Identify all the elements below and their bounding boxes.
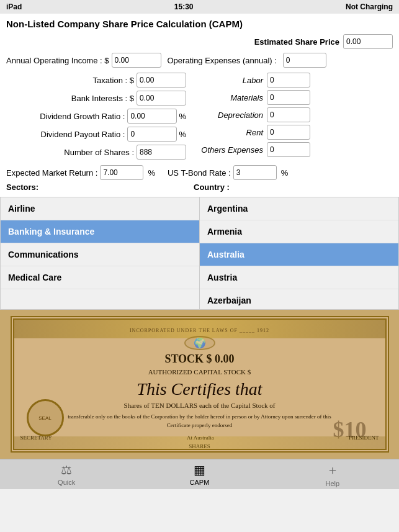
country-label: Country : [194,183,230,192]
device-label: iPad [6,2,22,11]
tbond-suffix: % [279,168,289,178]
expected-market-return-label: Expected Market Return : [6,168,97,178]
sector-item-medical[interactable]: Medical Care [1,266,199,289]
sectors-country-labels: Sectors: Country : [6,183,393,192]
dividend-growth-suffix: % [177,112,186,121]
cert-globe-seal: 🌍 [184,336,215,350]
sector-item-banking[interactable]: Banking & Insurance [1,220,199,243]
annual-income-input[interactable] [112,53,161,68]
op-expenses-input[interactable] [283,53,326,68]
lists-container: Airline Banking & Insurance Communicatio… [0,197,399,310]
dividend-payout-input[interactable] [127,127,177,142]
help-icon: ＋ [326,462,339,479]
depreciation-input[interactable] [267,107,310,122]
depreciation-row: Depreciation [192,107,393,122]
materials-input[interactable] [267,90,310,105]
country-item-armenia[interactable]: Armenia [200,220,398,243]
taxation-row: Taxation : $ [6,73,186,88]
estimated-share-price-input[interactable] [343,34,393,49]
status-bar: iPad 15:30 Not Charging [0,0,399,14]
tab-capm-label: CAPM [190,479,210,486]
country-list[interactable]: Argentina Armenia Australia Austria Azer… [200,197,398,309]
quick-icon: ⚖ [61,462,72,477]
rent-input[interactable] [267,125,310,140]
capm-icon: ▦ [194,462,205,477]
op-expenses-section: Operating Expenses (annual) : [168,53,326,68]
expected-market-return-input[interactable] [100,165,143,180]
certificate-area: INCORPORATED UNDER THE LAWS OF _____ 191… [0,310,399,459]
tab-bar: ⚖ Quick ▦ CAPM ＋ Help [0,459,399,489]
country-item-australia[interactable]: Australia [200,243,398,266]
market-return-suffix: % [146,168,155,178]
dividend-payout-label: Dividend Payout Ratio : [6,130,127,139]
labor-input[interactable] [267,73,310,88]
cert-banner-bottom [14,436,385,449]
annual-income-label: Annual Operating Income : $ [6,56,109,65]
dividend-growth-label: Dividend Growth Ratio : [6,112,127,121]
op-expenses-label: Operating Expenses (annual) : [168,56,277,65]
sectors-label: Sectors: [6,183,38,192]
dividend-payout-row: Dividend Payout Ratio : % [6,127,186,142]
sector-item-airline[interactable]: Airline [1,197,199,220]
estimated-share-price-row: Estimated Share Price [6,34,393,49]
rent-label: Rent [192,128,267,137]
tab-help-label: Help [326,480,340,487]
right-column: Labor Materials Depreciation Rent Others… [192,73,393,160]
tbond-section: US T-Bond Rate : % [168,165,288,180]
tab-help[interactable]: ＋ Help [266,459,399,489]
tbond-input[interactable] [233,165,277,180]
bank-interests-input[interactable] [137,91,186,106]
estimated-share-price-label: Estimated Share Price [254,37,339,47]
form-columns: Taxation : $ Bank Interests : $ Dividend… [6,73,393,163]
taxation-input[interactable] [137,73,186,88]
left-column: Taxation : $ Bank Interests : $ Dividend… [6,73,186,163]
dividend-growth-row: Dividend Growth Ratio : % [6,109,186,124]
tbond-label: US T-Bond Rate : [168,168,231,178]
dividend-growth-input[interactable] [127,109,177,124]
depreciation-label: Depreciation [192,110,267,120]
labor-label: Labor [192,76,267,85]
materials-row: Materials [192,90,393,105]
certificate-inner: INCORPORATED UNDER THE LAWS OF _____ 191… [11,316,389,453]
others-expenses-row: Others Expenses [192,142,393,157]
sector-item-communications[interactable]: Communications [1,243,199,266]
number-of-shares-input[interactable] [137,145,186,160]
number-of-shares-row: Number of Shares : [6,145,186,160]
cert-stock-value: STOCK $ 0.00 [164,353,234,366]
labor-row: Labor [192,73,393,88]
time-label: 15:30 [174,2,194,11]
rent-row: Rent [192,125,393,140]
number-of-shares-label: Number of Shares : [6,148,137,157]
cert-authorized-capital: AUTHORIZED CAPITAL STOCK $ [148,368,251,376]
tab-quick[interactable]: ⚖ Quick [0,459,133,489]
income-expenses-row: Annual Operating Income : $ Operating Ex… [6,53,393,71]
cert-shares-text: Shares of TEN DOLLARS each of the Capita… [124,402,276,409]
cert-seal: SEAL [27,399,64,436]
country-item-argentina[interactable]: Argentina [200,197,398,220]
bank-interests-row: Bank Interests : $ [6,91,186,106]
tab-capm[interactable]: ▦ CAPM [133,459,266,489]
dividend-payout-suffix: % [177,130,186,139]
tab-quick-label: Quick [58,479,75,486]
others-expenses-input[interactable] [267,142,310,157]
cert-incorporated-text: INCORPORATED UNDER THE LAWS OF _____ 191… [130,328,269,333]
cert-title: This Certifies that [137,379,262,399]
country-item-austria[interactable]: Austria [200,266,398,289]
market-return-row: Expected Market Return : % US T-Bond Rat… [6,165,393,180]
app-title: Non-Listed Company Share Price Calculati… [6,19,393,29]
country-item-azerbaijan[interactable]: Azerbaijan [200,289,398,309]
annual-income-section: Annual Operating Income : $ [6,53,161,68]
main-content: Non-Listed Company Share Price Calculati… [0,14,399,197]
sectors-list[interactable]: Airline Banking & Insurance Communicatio… [1,197,200,309]
others-expenses-label: Others Expenses [192,145,267,155]
bank-interests-label: Bank Interests : $ [6,94,137,103]
taxation-label: Taxation : $ [6,76,137,85]
materials-label: Materials [192,93,267,102]
battery-status: Not Charging [346,2,393,11]
cert-body-text: transferable only on the books of the Co… [57,413,343,430]
